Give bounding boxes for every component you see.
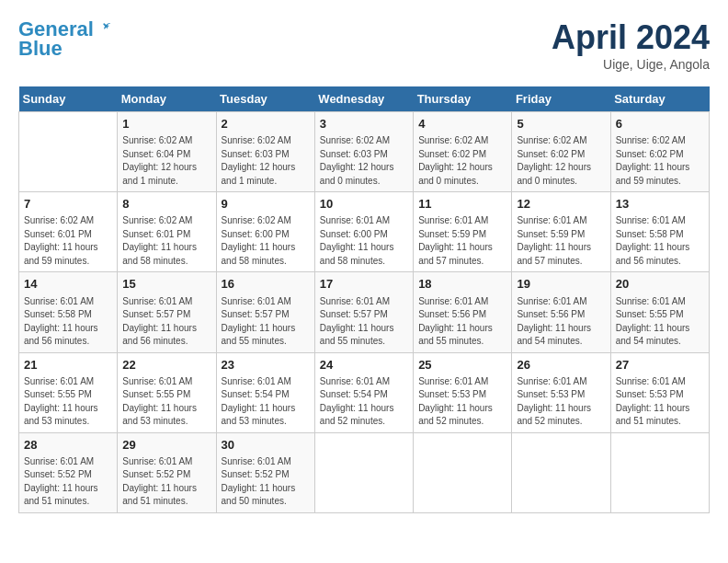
- weekday-header-row: SundayMondayTuesdayWednesdayThursdayFrid…: [19, 86, 710, 112]
- day-info: Sunrise: 6:01 AMSunset: 5:55 PMDaylight:…: [24, 375, 112, 429]
- calendar-cell: 10Sunrise: 6:01 AMSunset: 6:00 PMDayligh…: [314, 192, 413, 272]
- day-info: Sunrise: 6:01 AMSunset: 5:53 PMDaylight:…: [517, 375, 605, 429]
- day-info: Sunrise: 6:01 AMSunset: 5:55 PMDaylight:…: [616, 295, 704, 349]
- calendar-cell: 26Sunrise: 6:01 AMSunset: 5:53 PMDayligh…: [512, 352, 610, 432]
- day-number: 10: [320, 196, 408, 213]
- logo-bird-icon: [96, 17, 112, 34]
- day-number: 1: [122, 116, 210, 132]
- calendar-cell: [610, 432, 709, 512]
- day-info: Sunrise: 6:02 AMSunset: 6:03 PMDaylight:…: [320, 134, 408, 188]
- day-info: Sunrise: 6:02 AMSunset: 6:02 PMDaylight:…: [616, 134, 704, 188]
- day-info: Sunrise: 6:01 AMSunset: 5:59 PMDaylight:…: [418, 214, 506, 268]
- day-number: 16: [222, 276, 310, 293]
- location: Uige, Uige, Angola: [552, 57, 710, 72]
- calendar-cell: 5Sunrise: 6:02 AMSunset: 6:02 PMDaylight…: [512, 112, 610, 192]
- day-info: Sunrise: 6:01 AMSunset: 5:53 PMDaylight:…: [418, 375, 506, 429]
- calendar-cell: 14Sunrise: 6:01 AMSunset: 5:58 PMDayligh…: [19, 272, 118, 352]
- calendar-table: SundayMondayTuesdayWednesdayThursdayFrid…: [18, 86, 710, 513]
- day-info: Sunrise: 6:02 AMSunset: 6:01 PMDaylight:…: [24, 214, 112, 268]
- day-number: 4: [418, 116, 506, 132]
- weekday-header-saturday: Saturday: [610, 86, 709, 112]
- day-info: Sunrise: 6:02 AMSunset: 6:00 PMDaylight:…: [222, 214, 310, 268]
- calendar-cell: 27Sunrise: 6:01 AMSunset: 5:53 PMDayligh…: [610, 352, 709, 432]
- day-number: 8: [122, 196, 210, 213]
- calendar-cell: [512, 432, 610, 512]
- day-info: Sunrise: 6:01 AMSunset: 5:59 PMDaylight:…: [517, 214, 605, 268]
- day-info: Sunrise: 6:01 AMSunset: 6:00 PMDaylight:…: [320, 214, 408, 268]
- calendar-week-4: 21Sunrise: 6:01 AMSunset: 5:55 PMDayligh…: [19, 352, 710, 432]
- calendar-cell: 23Sunrise: 6:01 AMSunset: 5:54 PMDayligh…: [216, 352, 314, 432]
- day-number: 2: [222, 116, 310, 132]
- calendar-cell: 6Sunrise: 6:02 AMSunset: 6:02 PMDaylight…: [610, 112, 709, 192]
- day-number: 14: [24, 276, 112, 293]
- calendar-cell: 22Sunrise: 6:01 AMSunset: 5:55 PMDayligh…: [118, 352, 216, 432]
- day-info: Sunrise: 6:01 AMSunset: 5:52 PMDaylight:…: [222, 455, 310, 509]
- weekday-header-friday: Friday: [512, 86, 610, 112]
- calendar-week-1: 1Sunrise: 6:02 AMSunset: 6:04 PMDaylight…: [19, 112, 710, 192]
- calendar-cell: 16Sunrise: 6:01 AMSunset: 5:57 PMDayligh…: [216, 272, 314, 352]
- day-info: Sunrise: 6:01 AMSunset: 5:52 PMDaylight:…: [24, 455, 112, 509]
- day-info: Sunrise: 6:02 AMSunset: 6:01 PMDaylight:…: [122, 214, 210, 268]
- weekday-header-thursday: Thursday: [414, 86, 512, 112]
- calendar-cell: 4Sunrise: 6:02 AMSunset: 6:02 PMDaylight…: [414, 112, 512, 192]
- calendar-cell: 11Sunrise: 6:01 AMSunset: 5:59 PMDayligh…: [414, 192, 512, 272]
- calendar-cell: 25Sunrise: 6:01 AMSunset: 5:53 PMDayligh…: [414, 352, 512, 432]
- day-number: 30: [222, 437, 310, 454]
- day-number: 5: [517, 116, 605, 132]
- calendar-cell: 8Sunrise: 6:02 AMSunset: 6:01 PMDaylight…: [118, 192, 216, 272]
- calendar-cell: 20Sunrise: 6:01 AMSunset: 5:55 PMDayligh…: [610, 272, 709, 352]
- calendar-cell: 1Sunrise: 6:02 AMSunset: 6:04 PMDaylight…: [118, 112, 216, 192]
- day-number: 17: [320, 276, 408, 293]
- calendar-cell: 21Sunrise: 6:01 AMSunset: 5:55 PMDayligh…: [19, 352, 118, 432]
- weekday-header-monday: Monday: [118, 86, 216, 112]
- day-number: 24: [320, 357, 408, 373]
- day-info: Sunrise: 6:01 AMSunset: 5:56 PMDaylight:…: [517, 295, 605, 349]
- day-number: 29: [122, 437, 210, 454]
- calendar-cell: 2Sunrise: 6:02 AMSunset: 6:03 PMDaylight…: [216, 112, 314, 192]
- day-info: Sunrise: 6:01 AMSunset: 5:55 PMDaylight:…: [122, 375, 210, 429]
- day-number: 6: [616, 116, 704, 132]
- day-number: 11: [418, 196, 506, 213]
- calendar-cell: 3Sunrise: 6:02 AMSunset: 6:03 PMDaylight…: [314, 112, 413, 192]
- day-number: 23: [222, 357, 310, 373]
- day-info: Sunrise: 6:01 AMSunset: 5:56 PMDaylight:…: [418, 295, 506, 349]
- day-info: Sunrise: 6:01 AMSunset: 5:54 PMDaylight:…: [320, 375, 408, 429]
- day-number: 12: [517, 196, 605, 213]
- day-number: 28: [24, 437, 112, 454]
- day-info: Sunrise: 6:01 AMSunset: 5:57 PMDaylight:…: [222, 295, 310, 349]
- day-info: Sunrise: 6:02 AMSunset: 6:03 PMDaylight:…: [222, 134, 310, 188]
- weekday-header-tuesday: Tuesday: [216, 86, 314, 112]
- day-info: Sunrise: 6:01 AMSunset: 5:57 PMDaylight:…: [122, 295, 210, 349]
- calendar-cell: 30Sunrise: 6:01 AMSunset: 5:52 PMDayligh…: [216, 432, 314, 512]
- day-info: Sunrise: 6:01 AMSunset: 5:52 PMDaylight:…: [122, 455, 210, 509]
- page-header: General Blue April 2024 Uige, Uige, Ango…: [18, 18, 710, 72]
- calendar-cell: [314, 432, 413, 512]
- weekday-header-wednesday: Wednesday: [314, 86, 413, 112]
- day-info: Sunrise: 6:02 AMSunset: 6:02 PMDaylight:…: [418, 134, 506, 188]
- day-number: 7: [24, 196, 112, 213]
- day-number: 20: [616, 276, 704, 293]
- day-info: Sunrise: 6:02 AMSunset: 6:02 PMDaylight:…: [517, 134, 605, 188]
- day-number: 18: [418, 276, 506, 293]
- calendar-cell: 24Sunrise: 6:01 AMSunset: 5:54 PMDayligh…: [314, 352, 413, 432]
- day-number: 27: [616, 357, 704, 373]
- day-number: 15: [122, 276, 210, 293]
- logo: General Blue: [18, 18, 112, 61]
- calendar-week-3: 14Sunrise: 6:01 AMSunset: 5:58 PMDayligh…: [19, 272, 710, 352]
- day-number: 26: [517, 357, 605, 373]
- calendar-week-5: 28Sunrise: 6:01 AMSunset: 5:52 PMDayligh…: [19, 432, 710, 512]
- day-info: Sunrise: 6:01 AMSunset: 5:57 PMDaylight:…: [320, 295, 408, 349]
- day-info: Sunrise: 6:01 AMSunset: 5:58 PMDaylight:…: [24, 295, 112, 349]
- calendar-cell: 29Sunrise: 6:01 AMSunset: 5:52 PMDayligh…: [118, 432, 216, 512]
- title-block: April 2024 Uige, Uige, Angola: [552, 18, 710, 72]
- calendar-cell: 19Sunrise: 6:01 AMSunset: 5:56 PMDayligh…: [512, 272, 610, 352]
- calendar-cell: 18Sunrise: 6:01 AMSunset: 5:56 PMDayligh…: [414, 272, 512, 352]
- day-number: 22: [122, 357, 210, 373]
- day-number: 19: [517, 276, 605, 293]
- day-info: Sunrise: 6:02 AMSunset: 6:04 PMDaylight:…: [122, 134, 210, 188]
- calendar-cell: 9Sunrise: 6:02 AMSunset: 6:00 PMDaylight…: [216, 192, 314, 272]
- day-number: 3: [320, 116, 408, 132]
- calendar-cell: 7Sunrise: 6:02 AMSunset: 6:01 PMDaylight…: [19, 192, 118, 272]
- calendar-cell: 12Sunrise: 6:01 AMSunset: 5:59 PMDayligh…: [512, 192, 610, 272]
- weekday-header-sunday: Sunday: [19, 86, 118, 112]
